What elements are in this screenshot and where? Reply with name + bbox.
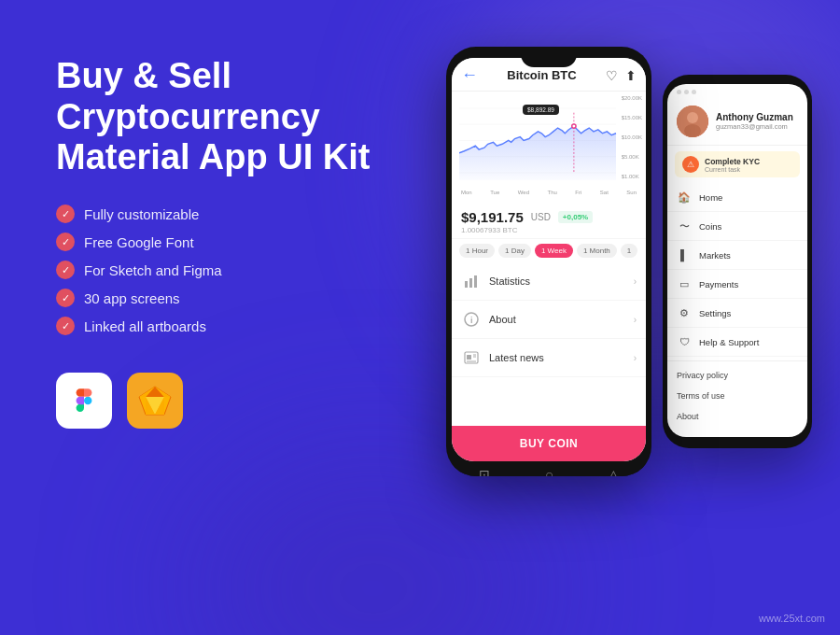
kyc-warning-icon: ⚠ [682, 156, 699, 173]
y-label: $5.00K [622, 154, 642, 160]
price-value: $9,191.75 [461, 209, 524, 225]
coins-icon: 〜 [677, 219, 692, 233]
second-menu-help[interactable]: 🛡 Help & Support [667, 328, 807, 357]
svg-point-14 [572, 125, 575, 128]
kyc-banner[interactable]: ⚠ Complete KYC Current task [675, 151, 800, 177]
svg-text:i: i [470, 316, 473, 325]
home-label: Home [699, 192, 722, 203]
feature-label: Free Google Font [84, 234, 194, 250]
nav-recent-icon[interactable]: ⊡ [479, 467, 490, 476]
chart-area: $20.00K $15.00K $10.00K $5.00K $1.00K [452, 92, 646, 204]
user-avatar [677, 106, 708, 137]
check-icon: ✓ [56, 233, 75, 251]
settings-icon: ⚙ [677, 305, 692, 320]
menu-item-about[interactable]: i About › [452, 301, 646, 339]
price-btc: 1.00067933 BTC [461, 226, 637, 234]
time-filter-more[interactable]: 1 [621, 244, 637, 258]
phones-container: ← Bitcoin BTC ♡ ⬆ $20.00K $15.00K $10.00… [446, 47, 812, 476]
left-section: Buy & SellCryptocurrencyMaterial App UI … [56, 56, 373, 429]
svg-point-26 [687, 112, 698, 123]
kyc-subtitle: Current task [705, 166, 760, 173]
chevron-icon: › [634, 276, 637, 287]
markets-icon: ▌ [677, 247, 692, 262]
menu-list: Statistics › i About › [452, 262, 646, 426]
phone-nav-bar: ⊡ ○ △ [452, 461, 646, 476]
x-label: Fri [575, 190, 581, 195]
svg-rect-17 [474, 275, 477, 288]
second-header [667, 84, 807, 100]
news-label: Latest news [489, 352, 544, 363]
phone-main: ← Bitcoin BTC ♡ ⬆ $20.00K $15.00K $10.00… [446, 47, 651, 476]
chevron-icon: › [634, 315, 637, 325]
payments-icon: ▭ [677, 276, 692, 291]
privacy-policy-link[interactable]: Privacy policy [667, 365, 807, 386]
back-icon[interactable]: ← [461, 65, 478, 85]
svg-rect-21 [467, 355, 471, 360]
second-menu-coins[interactable]: 〜 Coins [667, 212, 807, 241]
features-list: ✓ Fully customizable ✓ Free Google Font … [56, 205, 373, 335]
nav-back-icon[interactable]: △ [609, 467, 619, 476]
figma-icon [56, 373, 112, 429]
y-label: $15.00K [622, 115, 642, 120]
tool-icons [56, 373, 373, 429]
phone-coin-title: Bitcoin BTC [507, 68, 576, 82]
help-icon: 🛡 [677, 334, 692, 349]
check-icon: ✓ [56, 261, 75, 279]
x-label: Sat [600, 190, 609, 195]
feature-item: ✓ For Sketch and Figma [56, 261, 373, 279]
time-filter-1m[interactable]: 1 Month [577, 244, 617, 258]
price-info: $9,191.75 USD +0,05% 1.00067933 BTC [452, 204, 646, 239]
user-name: Anthony Guzman [716, 112, 793, 122]
terms-link[interactable]: Terms of use [667, 386, 807, 406]
x-label: Wed [518, 190, 529, 195]
time-filter-1h[interactable]: 1 Hour [459, 244, 495, 258]
x-label: Tue [490, 190, 499, 195]
svg-point-27 [684, 124, 701, 137]
home-icon: 🏠 [677, 190, 692, 205]
time-filter-1d[interactable]: 1 Day [498, 244, 531, 258]
payments-label: Payments [699, 279, 738, 289]
price-tooltip: $8,892.89 [523, 105, 559, 115]
kyc-title: Complete KYC [705, 157, 760, 166]
about-link[interactable]: About [667, 406, 807, 427]
svg-rect-15 [465, 281, 468, 288]
x-label: Thu [547, 190, 556, 195]
phone-second: Anthony Guzman guzman33@gmail.com ⚠ Comp… [663, 75, 812, 448]
feature-item: ✓ 30 app screens [56, 289, 373, 307]
markets-label: Markets [699, 250, 731, 261]
user-email: guzman33@gmail.com [716, 122, 793, 131]
x-label: Sun [626, 190, 637, 195]
second-menu-settings[interactable]: ⚙ Settings [667, 299, 807, 328]
menu-item-news[interactable]: Latest news › [452, 339, 646, 377]
y-label: $10.00K [622, 134, 642, 140]
settings-label: Settings [699, 308, 731, 318]
buy-coin-button[interactable]: BUY COIN [452, 426, 646, 461]
x-label: Mon [461, 190, 472, 195]
second-menu-payments[interactable]: ▭ Payments [667, 270, 807, 299]
nav-home-icon[interactable]: ○ [545, 467, 553, 476]
second-screen: Anthony Guzman guzman33@gmail.com ⚠ Comp… [667, 84, 807, 437]
coins-label: Coins [699, 221, 721, 232]
feature-label: Linked all artboards [84, 318, 206, 334]
share-icon[interactable]: ⬆ [625, 68, 637, 83]
chart-x-labels: Mon Tue Wed Thu Fri Sat Sun [459, 190, 638, 195]
check-icon: ✓ [56, 317, 75, 335]
phone-action-icons: ♡ ⬆ [606, 68, 637, 83]
feature-label: 30 app screens [84, 290, 180, 306]
phone-header: ← Bitcoin BTC ♡ ⬆ [452, 58, 646, 92]
feature-item: ✓ Free Google Font [56, 233, 373, 251]
price-change: +0,05% [558, 211, 593, 223]
main-title: Buy & SellCryptocurrencyMaterial App UI … [56, 56, 373, 178]
help-label: Help & Support [699, 337, 759, 347]
feature-label: Fully customizable [84, 206, 199, 222]
menu-item-statistics[interactable]: Statistics › [452, 262, 646, 301]
second-menu-home[interactable]: 🏠 Home [667, 183, 807, 212]
y-label: $20.00K [622, 95, 642, 101]
heart-icon[interactable]: ♡ [606, 68, 618, 83]
feature-item: ✓ Fully customizable [56, 205, 373, 223]
second-menu-markets[interactable]: ▌ Markets [667, 241, 807, 270]
price-currency: USD [531, 212, 551, 222]
time-filter-1w[interactable]: 1 Week [535, 244, 573, 258]
time-filters: 1 Hour 1 Day 1 Week 1 Month 1 [452, 239, 646, 262]
bar-chart-icon [461, 271, 482, 291]
